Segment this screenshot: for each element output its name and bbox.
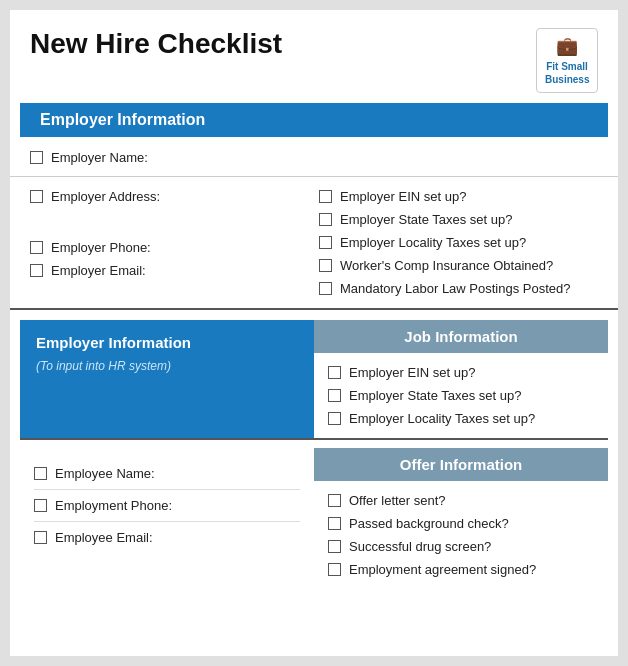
section2-left-subtitle: (To input into HR system) — [36, 359, 298, 373]
section2-right-items: Employer EIN set up? Employer State Taxe… — [314, 353, 608, 438]
left-col: Employer Address: Employer Phone: Employ… — [30, 185, 309, 300]
checkbox[interactable] — [34, 531, 47, 544]
employer-name-row: Employer Name: — [10, 137, 618, 177]
checkbox[interactable] — [328, 366, 341, 379]
checkbox[interactable] — [319, 236, 332, 249]
right-col: Employer EIN set up? Employer State Taxe… — [319, 185, 598, 300]
logo-line2: Business — [545, 74, 589, 85]
list-item: Employer EIN set up? — [328, 361, 594, 384]
checkbox[interactable] — [319, 282, 332, 295]
item-label: Employer Email: — [51, 263, 146, 278]
section3: Employee Name: Employment Phone: Employe… — [20, 448, 608, 589]
section2-right-panel: Job Information Employer EIN set up? Emp… — [314, 320, 608, 438]
section3-right-items: Offer letter sent? Passed background che… — [314, 481, 608, 589]
list-item: Employer EIN set up? — [319, 185, 598, 208]
section3-right: Offer Information Offer letter sent? Pas… — [314, 448, 608, 589]
spacer — [10, 310, 618, 320]
item-label: Offer letter sent? — [349, 493, 446, 508]
checkbox[interactable] — [319, 259, 332, 272]
checkbox[interactable] — [30, 264, 43, 277]
item-label: Successful drug screen? — [349, 539, 491, 554]
item-label: Employee Email: — [55, 530, 153, 545]
item-label: Employment Phone: — [55, 498, 172, 513]
section3-left: Employee Name: Employment Phone: Employe… — [20, 448, 314, 589]
section3-right-header: Offer Information — [314, 448, 608, 481]
checkbox[interactable] — [319, 190, 332, 203]
item-label: Employer State Taxes set up? — [340, 212, 512, 227]
list-item: Employer Name: — [30, 145, 598, 170]
checkbox[interactable] — [30, 190, 43, 203]
list-item: Employer Address: — [30, 185, 309, 208]
item-label: Employer Name: — [51, 150, 148, 165]
list-item: Mandatory Labor Law Postings Posted? — [319, 277, 598, 300]
list-item: Offer letter sent? — [328, 489, 594, 512]
section1-header: Employer Information — [20, 103, 608, 137]
item-label: Mandatory Labor Law Postings Posted? — [340, 281, 571, 296]
section2-left-title: Employer Information — [36, 334, 298, 351]
list-item: Passed background check? — [328, 512, 594, 535]
page-header: New Hire Checklist 💼 Fit Small Business — [10, 10, 618, 103]
list-item: Employer Locality Taxes set up? — [319, 231, 598, 254]
checkbox[interactable] — [328, 540, 341, 553]
checkbox[interactable] — [34, 467, 47, 480]
section2-right-header: Job Information — [314, 320, 608, 353]
item-label: Employee Name: — [55, 466, 155, 481]
two-col-grid: Employer Address: Employer Phone: Employ… — [30, 185, 598, 300]
checkbox[interactable] — [30, 151, 43, 164]
checkbox[interactable] — [328, 494, 341, 507]
list-item: Employee Email: — [34, 522, 300, 553]
checkbox[interactable] — [328, 563, 341, 576]
item-label: Employer State Taxes set up? — [349, 388, 521, 403]
list-item: Worker's Comp Insurance Obtained? — [319, 254, 598, 277]
item-label: Worker's Comp Insurance Obtained? — [340, 258, 553, 273]
section1-two-col: Employer Address: Employer Phone: Employ… — [10, 177, 618, 310]
item-label: Employment agreement signed? — [349, 562, 536, 577]
item-label: Employer Address: — [51, 189, 160, 204]
list-item: Successful drug screen? — [328, 535, 594, 558]
checkbox[interactable] — [319, 213, 332, 226]
list-item: Employer Locality Taxes set up? — [328, 407, 594, 430]
page-title: New Hire Checklist — [30, 28, 282, 60]
item-label: Employer Locality Taxes set up? — [340, 235, 526, 250]
section2-two-panel: Employer Information (To input into HR s… — [20, 320, 608, 440]
item-label: Employer Phone: — [51, 240, 151, 255]
item-label: Employer Locality Taxes set up? — [349, 411, 535, 426]
checkbox[interactable] — [328, 517, 341, 530]
list-item: Employment Phone: — [34, 490, 300, 522]
list-item: Employer Email: — [30, 259, 309, 282]
list-item: Employment agreement signed? — [328, 558, 594, 581]
checkbox[interactable] — [30, 241, 43, 254]
list-item: Employer State Taxes set up? — [319, 208, 598, 231]
list-item: Employer State Taxes set up? — [328, 384, 594, 407]
item-label: Employer EIN set up? — [349, 365, 475, 380]
item-label: Employer EIN set up? — [340, 189, 466, 204]
logo-icon: 💼 — [545, 35, 589, 58]
checkbox[interactable] — [34, 499, 47, 512]
checkbox[interactable] — [328, 389, 341, 402]
logo: 💼 Fit Small Business — [536, 28, 598, 93]
checkbox[interactable] — [328, 412, 341, 425]
list-item: Employer Phone: — [30, 236, 309, 259]
spacer2 — [10, 440, 618, 448]
section2-left-panel: Employer Information (To input into HR s… — [20, 320, 314, 438]
item-label: Passed background check? — [349, 516, 509, 531]
list-item: Employee Name: — [34, 458, 300, 490]
logo-line1: Fit Small — [546, 61, 588, 72]
page: New Hire Checklist 💼 Fit Small Business … — [10, 10, 618, 656]
